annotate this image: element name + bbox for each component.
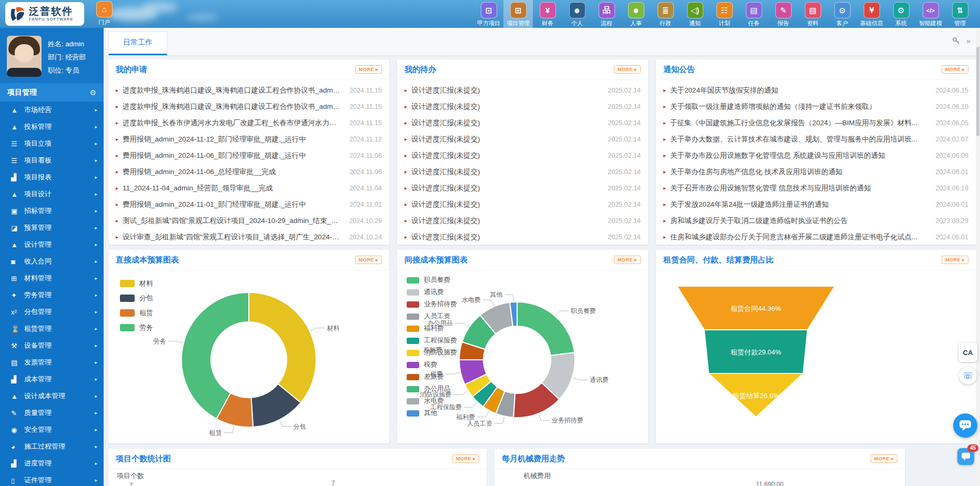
- list-item[interactable]: ▸住房和城乡建设部办公厅关于同意吉林省开展二级建造师注册证书电子化试点...20…: [663, 229, 968, 245]
- legend-item[interactable]: 福利费: [407, 324, 457, 333]
- nav-item-10[interactable]: ▤任务: [739, 0, 769, 28]
- legend-item[interactable]: 分包: [120, 293, 153, 303]
- chat-assistant-button[interactable]: [953, 413, 977, 438]
- list-item[interactable]: ▸11_2024-11-04_admin_经营部_领导审批__完成2024.11…: [116, 180, 382, 196]
- list-item[interactable]: ▸测试_彭祖新城"四馆"景观工程设计项目_2024-10-29_admin_结束…: [116, 212, 382, 229]
- list-item[interactable]: ▸设计进度汇报(未提交)2025.02.14: [405, 229, 641, 245]
- list-item[interactable]: ▸于征集《中国建筑施工行业信息化发展报告（2024）—BIM应用与发展》材料..…: [663, 115, 968, 131]
- nav-item-portal[interactable]: ⌂ 门户: [89, 1, 119, 28]
- list-item[interactable]: ▸进度款申报_珠海鹤港口建设_珠海鹤港口建设工程合作协议书_admin_...2…: [116, 82, 382, 98]
- nav-item-14[interactable]: ￥基础信息: [857, 0, 886, 28]
- legend-item[interactable]: 消防设施费: [407, 348, 457, 357]
- list-item[interactable]: ▸设计进度汇报(未提交)2025.02.14: [405, 98, 641, 115]
- messages-button[interactable]: 45: [957, 448, 974, 465]
- sidebar-item-租赁管理[interactable]: ⌛租赁管理▸: [0, 320, 104, 337]
- list-item[interactable]: ▸关于举办住房与房地产信息化 技术及应用培训班的通知2024.06.01: [663, 164, 968, 180]
- nav-item-15[interactable]: ⚙系统: [886, 0, 916, 28]
- sidebar-item-市场经营[interactable]: ▲市场经营▸: [0, 102, 104, 118]
- more-button[interactable]: MORE▸: [355, 256, 382, 264]
- sidebar-item-预算管理[interactable]: ◪预算管理▸: [0, 219, 104, 236]
- legend-item[interactable]: 水电费: [407, 397, 457, 406]
- list-item[interactable]: ▸设计进度汇报(未提交)2025.02.14: [405, 196, 641, 212]
- legend-item[interactable]: 人员工资: [407, 312, 457, 321]
- nav-item-4[interactable]: ☻个人: [562, 0, 592, 28]
- list-item[interactable]: ▸设计进度汇报(未提交)2025.02.14: [405, 82, 641, 98]
- legend-item[interactable]: 业务招待费: [407, 300, 457, 309]
- nav-item-16[interactable]: </>智能建模: [916, 0, 945, 28]
- list-item[interactable]: ▸费用报销_admin_2024-11-01_部门经理审批_胡建,_运行中202…: [116, 196, 382, 212]
- nav-item-11[interactable]: ✎报告: [769, 0, 798, 28]
- legend-item[interactable]: 劳务: [120, 323, 153, 332]
- sidebar-item-项目报表[interactable]: ▟项目报表▸: [0, 169, 104, 186]
- list-item[interactable]: ▸关于2024年国庆节放假安排的通知2024.06.15: [663, 82, 968, 98]
- legend-item[interactable]: 通讯费: [407, 288, 457, 297]
- gear-icon[interactable]: ⚙: [89, 88, 96, 97]
- expand-arrows-icon[interactable]: »: [966, 37, 971, 45]
- legend-item[interactable]: 工程保险费: [407, 336, 457, 345]
- sidebar-item-发票管理[interactable]: ▤发票管理▸: [0, 354, 104, 371]
- legend-item[interactable]: 其他: [407, 409, 457, 418]
- sidebar-item-项目设计[interactable]: ▲项目设计▸: [0, 186, 104, 202]
- list-item[interactable]: ▸设计进度汇报(未提交)2025.02.14: [405, 115, 641, 131]
- sidebar-item-设备管理[interactable]: ⚒设备管理▸: [0, 337, 104, 354]
- sidebar-item-成本管理[interactable]: ▟成本管理▸: [0, 371, 104, 388]
- nav-item-9[interactable]: ☷计划: [710, 0, 739, 28]
- nav-item-12[interactable]: ▧资料: [798, 0, 827, 28]
- legend-item[interactable]: 职员餐费: [407, 276, 457, 285]
- nav-item-8[interactable]: ◁)通知: [680, 0, 710, 28]
- sidebar-item-进度管理[interactable]: ▟进度管理▸: [0, 455, 104, 472]
- nav-item-2[interactable]: ⊞项目管理: [503, 0, 533, 28]
- sidebar-item-材料管理[interactable]: ⊞材料管理▸: [0, 270, 104, 287]
- nav-item-6[interactable]: ☻人事: [621, 0, 651, 28]
- sidebar-item-设计管理[interactable]: ▲设计管理▸: [0, 236, 104, 253]
- list-item[interactable]: ▸关于举办大数据、云计算技术在城市建设、规划、管理与服务中的应用培训班...20…: [663, 131, 968, 147]
- sidebar-item-质量管理[interactable]: ✎质量管理▸: [0, 404, 104, 421]
- more-button[interactable]: MORE▸: [871, 454, 897, 463]
- list-item[interactable]: ▸关于领取一级注册建造师增项贴的通知（须持一建证书前来领取）2024.06.10: [663, 98, 968, 115]
- list-item[interactable]: ▸设计进度汇报(未提交)2025.02.14: [405, 212, 641, 229]
- more-button[interactable]: MORE▸: [614, 256, 641, 264]
- list-item[interactable]: ▸关于发放2024年第24批一级建造师注册证书的通知2024.06.01: [663, 196, 968, 212]
- list-item[interactable]: ▸设计进度汇报(未提交)2025.02.14: [405, 180, 641, 196]
- nav-item-13[interactable]: ⊙客户: [827, 0, 857, 28]
- list-item[interactable]: ▸进度款申报_长春市伊通河水力发电厂改建工程_长春市伊通河水力发电...2024…: [116, 115, 382, 131]
- sidebar-item-设计成本管理[interactable]: ▲设计成本管理▸: [0, 388, 104, 404]
- scrollbar-thumb[interactable]: [976, 47, 979, 136]
- sidebar-item-施工过程管理[interactable]: ◕施工过程管理▸: [0, 438, 104, 455]
- sidebar-item-安全管理[interactable]: ◉安全管理▸: [0, 421, 104, 438]
- sidebar-item-项目看板[interactable]: ☰项目看板▸: [0, 152, 104, 169]
- nav-item-5[interactable]: 品流程: [592, 0, 621, 28]
- list-item[interactable]: ▸费用报销_admin_2024-11-06_总经理审批__完成2024.11.…: [116, 164, 382, 180]
- sidebar-item-投标管理[interactable]: ▲投标管理▸: [0, 118, 104, 135]
- list-item[interactable]: ▸费用报销_admin_2024-11-12_部门经理审批_胡建,_运行中202…: [116, 131, 382, 147]
- list-item[interactable]: ▸设计进度汇报(未提交)2025.02.14: [405, 164, 641, 180]
- nav-item-3[interactable]: ¥财务: [533, 0, 562, 28]
- nav-item-1[interactable]: ⊡甲方项目: [474, 0, 503, 28]
- tab-daily-work[interactable]: 日常工作: [108, 31, 167, 55]
- list-item[interactable]: ▸设计进度汇报(未提交)2025.02.14: [405, 131, 641, 147]
- legend-item[interactable]: 税费: [407, 360, 457, 369]
- list-item[interactable]: ▸关于召开市政公用设施智慧化管理 信息技术与应用培训班的通知2024.06.19: [663, 180, 968, 196]
- list-item[interactable]: ▸费用报销_admin_2024-11-06_部门经理审批_胡建,_运行中202…: [116, 147, 382, 164]
- key-icon[interactable]: [952, 37, 960, 45]
- customer-service-button[interactable]: ☏: [959, 367, 977, 384]
- nav-item-7[interactable]: ≣行政: [651, 0, 680, 28]
- sidebar-item-分包管理[interactable]: x²分包管理▸: [0, 303, 104, 320]
- list-item[interactable]: ▸进度款申报_珠海鹤港口建设_珠海鹤港口建设工程合作协议书_admin_...2…: [116, 98, 382, 115]
- list-item[interactable]: ▸设计审查_彭祖新城"四馆"景观工程设计项目_请选择_胡广生_2024-10-2…: [116, 229, 382, 245]
- sidebar-item-证件管理[interactable]: ▯证件管理▸: [0, 472, 104, 486]
- legend-item[interactable]: 差旅费: [407, 372, 457, 381]
- list-item[interactable]: ▸设计进度汇报(未提交)2025.02.14: [405, 147, 641, 164]
- more-button[interactable]: MORE▸: [614, 65, 641, 74]
- legend-item[interactable]: 办公用品: [407, 384, 457, 393]
- sidebar-item-项目立项[interactable]: ☰项目立项▸: [0, 135, 104, 152]
- list-item[interactable]: ▸关于举办市政公用设施数字化管理信息 系统建设与应用培训班的通知2024.06.…: [663, 147, 968, 164]
- legend-item[interactable]: 租赁: [120, 308, 153, 318]
- more-button[interactable]: MORE▸: [942, 65, 968, 74]
- sidebar-item-劳务管理[interactable]: ✦劳务管理▸: [0, 287, 104, 303]
- more-button[interactable]: MORE▸: [355, 65, 382, 74]
- sidebar-item-收入合同[interactable]: ◙收入合同▸: [0, 253, 104, 270]
- list-item[interactable]: ▸房和城乡建设厅关于取消二级建造师临时执业证书的公告2023.08.29: [663, 212, 968, 229]
- ca-certificate-button[interactable]: CA: [958, 343, 977, 362]
- more-button[interactable]: MORE▸: [452, 454, 479, 463]
